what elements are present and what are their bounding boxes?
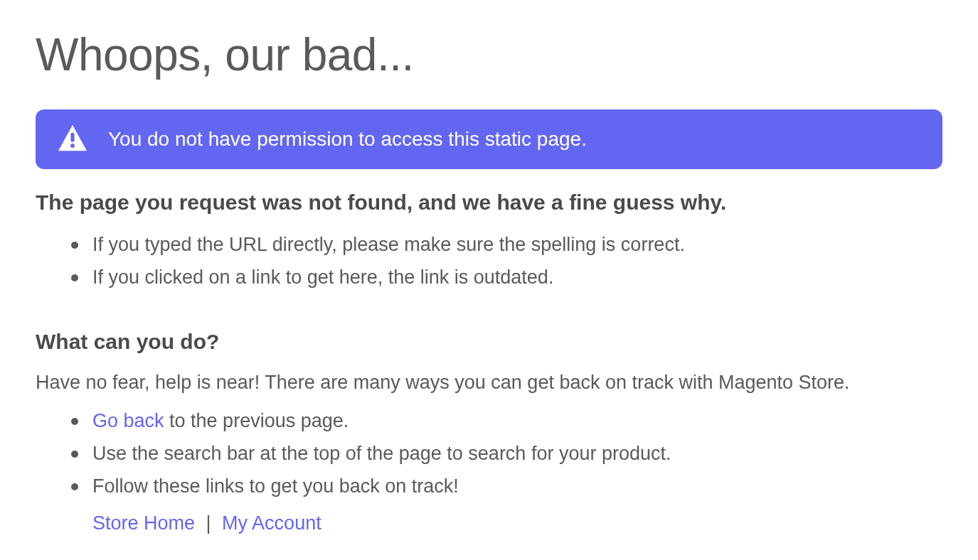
list-item: Use the search bar at the top of the pag… bbox=[71, 438, 942, 470]
go-back-text: to the previous page. bbox=[164, 410, 349, 431]
help-list: Go back to the previous page. Use the se… bbox=[36, 405, 942, 503]
permission-alert: You do not have permission to access thi… bbox=[36, 109, 942, 169]
alert-message: You do not have permission to access thi… bbox=[108, 128, 587, 151]
go-back-link[interactable]: Go back bbox=[92, 410, 164, 431]
footer-links: Store Home | My Account bbox=[36, 506, 942, 541]
not-found-heading: The page you request was not found, and … bbox=[36, 190, 942, 215]
warning-icon bbox=[57, 124, 88, 155]
store-home-link[interactable]: Store Home bbox=[92, 512, 195, 534]
svg-rect-0 bbox=[70, 133, 74, 142]
list-item: If you clicked on a link to get here, th… bbox=[71, 262, 942, 294]
reasons-list: If you typed the URL directly, please ma… bbox=[36, 229, 942, 294]
page-title: Whoops, our bad... bbox=[36, 28, 942, 81]
svg-point-1 bbox=[70, 144, 75, 148]
list-item: Go back to the previous page. bbox=[71, 405, 942, 438]
my-account-link[interactable]: My Account bbox=[222, 512, 321, 534]
link-separator: | bbox=[206, 512, 211, 534]
help-intro: Have no fear, help is near! There are ma… bbox=[36, 368, 942, 397]
help-heading: What can you do? bbox=[36, 330, 942, 354]
list-item: If you typed the URL directly, please ma… bbox=[71, 229, 942, 262]
list-item: Follow these links to get you back on tr… bbox=[71, 470, 942, 503]
